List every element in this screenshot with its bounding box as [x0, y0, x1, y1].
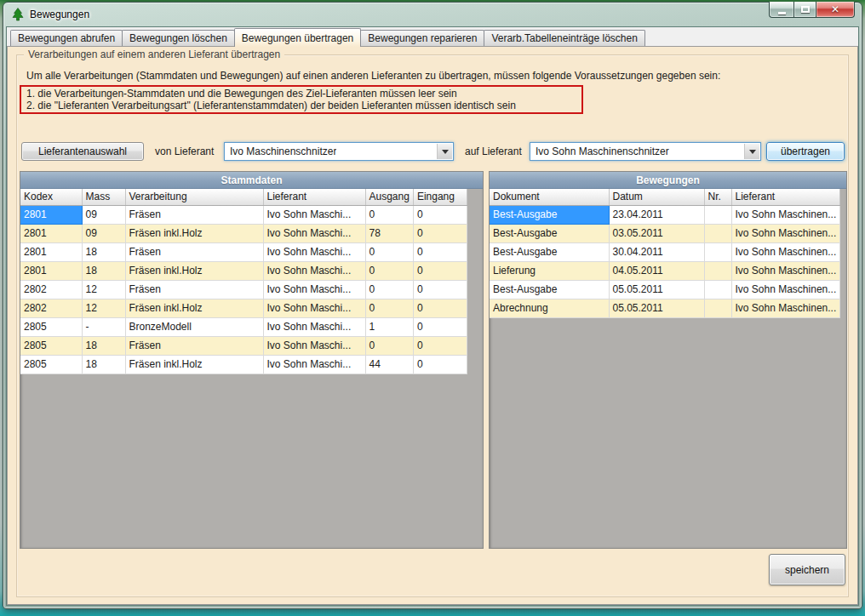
uebertragen-button[interactable]: übertragen [766, 142, 845, 161]
table-cell[interactable]: Ivo Sohn Maschinen... [731, 299, 840, 317]
table-cell[interactable]: Ivo Sohn Maschi... [263, 280, 365, 299]
table-cell[interactable]: 05.05.2011 [609, 280, 704, 299]
tab-verarb-tabelleneinträge-löschen[interactable]: Verarb.Tabelleneinträge löschen [484, 30, 644, 46]
column-header[interactable]: Datum [609, 189, 704, 205]
table-cell[interactable]: 12 [82, 280, 125, 299]
table-cell[interactable]: 0 [365, 261, 413, 280]
table-row[interactable]: Best-Ausgabe05.05.2011Ivo Sohn Maschinen… [490, 280, 840, 299]
table-cell[interactable]: Best-Ausgabe [490, 205, 609, 224]
table-cell[interactable]: 0 [413, 242, 467, 261]
table-cell[interactable]: 0 [413, 317, 467, 336]
table-cell[interactable]: BronzeModell [125, 317, 263, 336]
table-row[interactable]: 2805-BronzeModellIvo Sohn Maschi...10 [20, 317, 467, 336]
table-cell[interactable]: 2802 [20, 299, 82, 317]
table-cell[interactable]: 2805 [20, 336, 82, 355]
column-header[interactable]: Kodex [20, 189, 82, 205]
table-row[interactable]: Lieferung04.05.2011Ivo Sohn Maschinen... [490, 261, 840, 280]
table-cell[interactable]: Best-Ausgabe [490, 224, 609, 242]
table-cell[interactable]: Best-Ausgabe [490, 280, 609, 299]
table-cell[interactable]: Ivo Sohn Maschinen... [731, 205, 840, 224]
speichern-button[interactable]: speichern [769, 554, 845, 585]
table-row[interactable]: Best-Ausgabe03.05.2011Ivo Sohn Maschinen… [490, 224, 840, 242]
table-cell[interactable]: 78 [365, 224, 413, 242]
table-row[interactable]: 280118Fräsen inkl.HolzIvo Sohn Maschi...… [20, 261, 467, 280]
column-header[interactable]: Eingang [413, 189, 467, 205]
column-header[interactable]: Lieferant [731, 189, 840, 205]
column-header[interactable]: Ausgang [365, 189, 413, 205]
table-cell[interactable]: Ivo Sohn Maschi... [263, 299, 365, 317]
table-cell[interactable]: 18 [82, 261, 125, 280]
table-cell[interactable]: 03.05.2011 [609, 224, 704, 242]
table-cell[interactable]: Ivo Sohn Maschi... [263, 336, 365, 355]
table-row[interactable]: 280212FräsenIvo Sohn Maschi...00 [20, 280, 467, 299]
table-cell[interactable] [704, 280, 731, 299]
table-cell[interactable]: Ivo Sohn Maschi... [263, 355, 365, 374]
chevron-down-icon[interactable] [437, 144, 452, 159]
table-cell[interactable]: 0 [365, 280, 413, 299]
table-cell[interactable]: 18 [82, 355, 125, 374]
table-row[interactable]: 280109Fräsen inkl.HolzIvo Sohn Maschi...… [20, 224, 467, 242]
table-cell[interactable] [704, 242, 731, 261]
auf-lieferant-select[interactable]: Ivo Sohn Maschinenschnitzer [530, 142, 761, 161]
table-cell[interactable]: Fräsen [125, 205, 263, 224]
table-cell[interactable]: Lieferung [490, 261, 609, 280]
table-cell[interactable]: 0 [413, 261, 467, 280]
column-header[interactable]: Verarbeitung [125, 189, 263, 205]
table-cell[interactable]: 18 [82, 242, 125, 261]
table-cell[interactable]: Fräsen inkl.Holz [125, 261, 263, 280]
close-button[interactable]: ✕ [816, 2, 855, 18]
table-cell[interactable]: 2801 [20, 261, 82, 280]
table-cell[interactable]: 2801 [20, 205, 82, 224]
titlebar[interactable]: Bewegungen ✕ [3, 3, 862, 26]
table-row[interactable]: 280109FräsenIvo Sohn Maschi...00 [20, 205, 467, 224]
table-cell[interactable]: 2805 [20, 317, 82, 336]
table-row[interactable]: Best-Ausgabe23.04.2011Ivo Sohn Maschinen… [490, 205, 840, 224]
table-cell[interactable]: Ivo Sohn Maschi... [263, 261, 365, 280]
table-cell[interactable]: 1 [365, 317, 413, 336]
table-cell[interactable]: 0 [413, 299, 467, 317]
tab-bewegungen-abrufen[interactable]: Bewegungen abrufen [10, 30, 123, 46]
table-cell[interactable]: Ivo Sohn Maschinen... [731, 224, 840, 242]
table-cell[interactable]: Ivo Sohn Maschinen... [731, 242, 840, 261]
table-cell[interactable]: 2801 [20, 224, 82, 242]
table-row[interactable]: 280518FräsenIvo Sohn Maschi...00 [20, 336, 467, 355]
table-cell[interactable]: Fräsen [125, 280, 263, 299]
table-cell[interactable]: 0 [413, 355, 467, 374]
table-cell[interactable]: Ivo Sohn Maschi... [263, 205, 365, 224]
table-cell[interactable]: 0 [413, 224, 467, 242]
table-cell[interactable]: Ivo Sohn Maschinen... [731, 280, 840, 299]
lieferantenauswahl-button[interactable]: Lieferantenauswahl [21, 142, 144, 161]
table-cell[interactable]: Fräsen inkl.Holz [125, 299, 263, 317]
column-header[interactable]: Nr. [704, 189, 731, 205]
table-cell[interactable]: Ivo Sohn Maschinen... [731, 261, 840, 280]
table-cell[interactable]: Ivo Sohn Maschi... [263, 317, 365, 336]
table-row[interactable]: Best-Ausgabe30.04.2011Ivo Sohn Maschinen… [490, 242, 840, 261]
von-lieferant-select[interactable]: Ivo Maschinenschnitzer [224, 142, 454, 161]
table-cell[interactable]: Ivo Sohn Maschi... [263, 242, 365, 261]
tab-bewegungen-reparieren[interactable]: Bewegungen reparieren [360, 30, 484, 46]
table-cell[interactable] [704, 224, 731, 242]
table-cell[interactable]: Fräsen [125, 242, 263, 261]
tab-bewegungen-löschen[interactable]: Bewegungen löschen [122, 30, 235, 46]
table-cell[interactable]: Fräsen [125, 336, 263, 355]
column-header[interactable]: Lieferant [263, 189, 365, 205]
table-cell[interactable]: 0 [413, 205, 467, 224]
table-row[interactable]: 280212Fräsen inkl.HolzIvo Sohn Maschi...… [20, 299, 467, 317]
table-cell[interactable]: 0 [365, 242, 413, 261]
table-row[interactable]: Abrechnung05.05.2011Ivo Sohn Maschinen..… [490, 299, 840, 317]
table-cell[interactable]: - [82, 317, 125, 336]
table-cell[interactable]: 23.04.2011 [609, 205, 704, 224]
table-cell[interactable]: 30.04.2011 [609, 242, 704, 261]
table-cell[interactable]: 09 [82, 205, 125, 224]
table-cell[interactable]: Fräsen inkl.Holz [125, 224, 263, 242]
table-cell[interactable]: 44 [365, 355, 413, 374]
table-cell[interactable]: 2805 [20, 355, 82, 374]
table-cell[interactable]: 04.05.2011 [609, 261, 704, 280]
table-cell[interactable]: 0 [413, 280, 467, 299]
table-cell[interactable]: Fräsen inkl.Holz [125, 355, 263, 374]
chevron-down-icon[interactable] [744, 144, 759, 159]
table-cell[interactable]: 0 [365, 299, 413, 317]
table-cell[interactable]: 05.05.2011 [609, 299, 704, 317]
table-cell[interactable]: 2802 [20, 280, 82, 299]
table-cell[interactable]: 12 [82, 299, 125, 317]
